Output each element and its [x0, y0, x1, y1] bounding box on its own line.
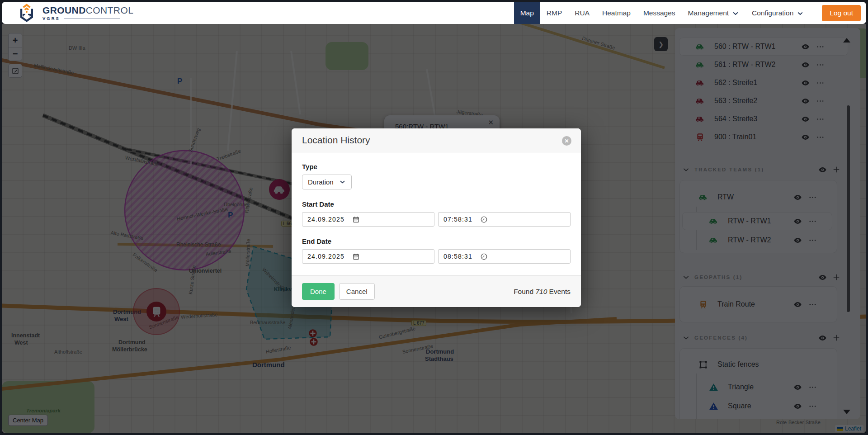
end-date-value: 24.09.2025	[307, 253, 344, 260]
brand-sub: VGRS	[42, 16, 60, 21]
chevron-down-icon	[797, 10, 804, 17]
end-time-input[interactable]: 08:58:31	[438, 249, 571, 264]
calendar-icon[interactable]	[352, 253, 360, 260]
brand-underline	[64, 18, 120, 19]
end-time-value: 08:58:31	[443, 253, 472, 260]
nav-tab-configuration[interactable]: Configuration	[745, 2, 810, 24]
modal-footer: Done Cancel Found 710 Events	[292, 275, 581, 307]
type-select[interactable]: Duration	[302, 175, 352, 189]
brand-name: GROUNDCONTROL	[42, 5, 133, 15]
clock-icon[interactable]	[480, 253, 488, 260]
nav-tab-rmp[interactable]: RMP	[540, 2, 568, 24]
close-icon[interactable]	[562, 136, 571, 146]
clock-icon[interactable]	[480, 216, 488, 223]
start-date-value: 24.09.2025	[307, 216, 344, 223]
modal-header: Location History	[292, 128, 581, 152]
end-date-input[interactable]: 24.09.2025	[302, 249, 434, 264]
cancel-button[interactable]: Cancel	[339, 283, 375, 300]
modal-body: Type Duration Start Date 24.09.2025 07:5…	[292, 152, 581, 275]
modal-title: Location History	[302, 135, 571, 146]
nav-tab-rua[interactable]: RUA	[568, 2, 596, 24]
groundcontrol-logo-icon	[15, 3, 38, 24]
brand-logo: GROUNDCONTROL VGRS	[15, 3, 133, 24]
type-label: Type	[302, 163, 571, 170]
location-history-modal: Location History Type Duration Start Dat…	[292, 128, 581, 307]
type-select-value: Duration	[308, 178, 334, 186]
start-time-value: 07:58:31	[443, 216, 472, 223]
nav-tab-management[interactable]: Management	[682, 2, 745, 24]
start-time-input[interactable]: 07:58:31	[438, 212, 571, 227]
top-nav-bar: GROUNDCONTROL VGRS MapRMPRUAHeatmapMessa…	[2, 2, 866, 24]
end-date-label: End Date	[302, 237, 571, 245]
chevron-down-icon	[339, 179, 346, 185]
found-events-text: Found 710 Events	[514, 288, 571, 296]
chevron-down-icon	[732, 10, 739, 17]
nav-tab-heatmap[interactable]: Heatmap	[596, 2, 637, 24]
start-date-label: Start Date	[302, 200, 571, 208]
nav-tab-messages[interactable]: Messages	[637, 2, 682, 24]
done-button[interactable]: Done	[302, 283, 335, 300]
calendar-icon[interactable]	[352, 216, 360, 223]
nav-tab-map[interactable]: Map	[514, 2, 540, 24]
logout-button[interactable]: Log out	[822, 5, 861, 21]
start-date-input[interactable]: 24.09.2025	[302, 212, 434, 227]
nav-tabs: MapRMPRUAHeatmapMessagesManagementConfig…	[514, 2, 811, 24]
